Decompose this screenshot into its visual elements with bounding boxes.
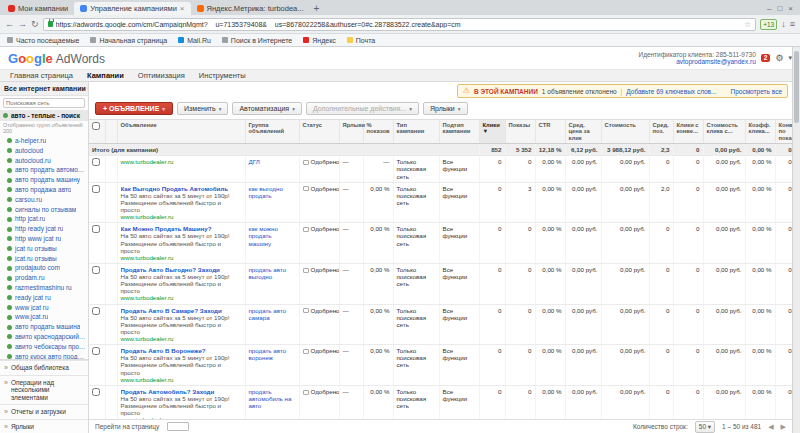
select-all-checkbox[interactable] <box>92 122 100 130</box>
column-header[interactable]: Группа объявлений <box>245 120 299 144</box>
row-checkbox[interactable] <box>92 388 100 396</box>
adgroup-link[interactable]: ДГЛ <box>249 158 296 165</box>
column-header[interactable]: Ярлыки <box>339 120 363 144</box>
reload-button[interactable]: ↻ <box>31 20 39 29</box>
sidebar-adgroup-item[interactable]: razmestimashinu ru <box>0 283 88 293</box>
new-tab-button[interactable]: + <box>310 3 324 15</box>
view-all-link[interactable]: Просмотреть все <box>731 88 783 95</box>
sidebar-campaign-selected[interactable]: авто - теплые - поиск <box>0 110 88 121</box>
bookmark-item[interactable]: Яндекс <box>303 37 336 44</box>
ad-row[interactable]: Как Можно Продать Машину? На 50 авто сай… <box>89 223 792 264</box>
maximize-button[interactable]: □ <box>777 4 782 13</box>
sidebar-adgroup-item[interactable]: авито чебоксары продать <box>0 342 88 352</box>
ad-title-link[interactable]: Продать Авто Выгодно? Заходи <box>121 266 242 273</box>
column-header[interactable]: Сред. поз. <box>649 120 673 144</box>
sidebar-adgroup-item[interactable]: авито краснодарский край <box>0 332 88 342</box>
bookmark-item[interactable]: Почта <box>347 37 375 44</box>
ad-title-link[interactable]: Как Можно Продать Машину? <box>121 225 242 232</box>
notifications-badge[interactable]: 2 <box>761 54 771 63</box>
row-checkbox[interactable] <box>92 347 100 355</box>
downloads-icon[interactable]: ↓ <box>781 20 786 29</box>
more-actions-button[interactable]: Дополнительные действия...▾ <box>306 102 419 115</box>
sidebar-adgroup-item[interactable]: ready jcat ru <box>0 293 88 303</box>
sidebar-section-item[interactable]: » Операции над несколькими элементами <box>0 375 88 404</box>
adgroup-link[interactable]: продать автомобиль на авто <box>249 388 296 409</box>
scrollbar-thumb[interactable] <box>794 51 799 123</box>
nav-optimization[interactable]: Оптимизация <box>138 71 185 80</box>
prev-page-button[interactable]: ◀ <box>768 423 773 431</box>
adgroup-link[interactable]: как выгодно продать <box>249 185 296 199</box>
bookmark-item[interactable]: Поиск в Интернете <box>222 37 292 44</box>
row-checkbox[interactable] <box>92 185 100 193</box>
campaign-search-input[interactable] <box>3 98 85 108</box>
column-header[interactable]: Сред. цена за клик <box>565 120 601 144</box>
column-header[interactable]: % показов <box>363 120 393 144</box>
sidebar-adgroup-item[interactable]: авто продать машина <box>0 322 88 332</box>
sidebar-adgroup-item[interactable]: a-helper.ru <box>0 136 88 146</box>
column-header[interactable]: Статус <box>299 120 339 144</box>
ad-title-link[interactable]: Продать Авто В Воронеже? <box>121 347 242 354</box>
ad-row[interactable]: Продать Автомобиль? Заходи На 50 авто са… <box>89 385 792 419</box>
adgroup-link[interactable]: как можно продать машину <box>249 225 296 246</box>
row-checkbox[interactable] <box>92 225 100 233</box>
sidebar-section-item[interactable]: » Ярлыки <box>0 419 88 433</box>
campaign-scope-selector[interactable]: Все интернет кампании ▾ <box>0 82 88 96</box>
column-header[interactable]: Тип кампании <box>393 120 439 144</box>
sidebar-adgroup-item[interactable]: autocloud <box>0 146 88 156</box>
browser-tab-2-active[interactable]: Управление кампаниями × <box>74 2 190 15</box>
column-header[interactable]: Конверсии по показам <box>775 120 792 144</box>
ad-row[interactable]: Продать Авто В Воронеже? На 50 авто сайт… <box>89 345 792 386</box>
goto-page-input[interactable] <box>167 422 189 431</box>
sidebar-adgroup-item[interactable]: http ready jcat ru <box>0 224 88 234</box>
ad-row[interactable]: Как Выгодно Продать Автомобиль На 50 авт… <box>89 182 792 223</box>
bookmark-item[interactable]: Mail.Ru <box>178 37 211 44</box>
new-ad-button[interactable]: + ОБЪЯВЛЕНИЕ▾ <box>95 102 173 115</box>
sidebar-adgroup-item[interactable]: jcat ru отзывы <box>0 244 88 254</box>
ad-title-link[interactable]: Как Выгодно Продать Автомобиль <box>121 185 242 192</box>
adgroup-link[interactable]: продать авто самара <box>249 307 296 321</box>
edit-button[interactable]: Изменить▾ <box>177 102 228 115</box>
column-header[interactable]: Объявление <box>117 120 245 144</box>
bookmark-star-icon[interactable]: ☆ <box>744 20 751 29</box>
labels-button[interactable]: Ярлыки▾ <box>423 102 468 115</box>
sidebar-adgroup-item[interactable]: prodam.ru <box>0 273 88 283</box>
nav-tools[interactable]: Инструменты <box>199 71 246 80</box>
sidebar-section-item[interactable]: » Общая библиотека <box>0 360 88 374</box>
row-checkbox[interactable] <box>92 266 100 274</box>
sidebar-adgroup-item[interactable]: prodajauto com <box>0 263 88 273</box>
sidebar-adgroup-item[interactable]: сигналы по отзывам <box>0 205 88 215</box>
nav-home[interactable]: Главная страница <box>10 71 73 80</box>
ad-row[interactable]: Продать Авто Выгодно? Заходи На 50 авто … <box>89 263 792 304</box>
bookmark-item[interactable]: Часто посещаемые <box>7 37 79 44</box>
next-page-button[interactable]: ▶ <box>781 423 786 431</box>
extension-counter-badge[interactable]: +13 <box>760 19 777 30</box>
nav-campaigns[interactable]: Кампании <box>87 71 124 80</box>
sidebar-adgroup-item[interactable]: авто продажа авто <box>0 185 88 195</box>
add-keywords-link[interactable]: Добавьте 69 ключевых слов... <box>626 88 716 95</box>
rows-per-page-select[interactable]: 50 ▾ <box>695 421 715 433</box>
column-header[interactable]: Показы <box>505 120 535 144</box>
column-header[interactable]: Подтип кампании <box>439 120 479 144</box>
sidebar-adgroup-item[interactable]: autocloud.ru <box>0 156 88 166</box>
gear-icon[interactable]: ⚙ <box>775 53 783 63</box>
back-button[interactable]: ← <box>5 20 14 29</box>
sidebar-adgroup-item[interactable]: авто продать автомобиль <box>0 165 88 175</box>
sidebar-adgroup-item[interactable]: www jcat ru <box>0 303 88 313</box>
sidebar-section-item[interactable]: » Отчеты и загрузки <box>0 404 88 418</box>
sidebar-adgroup-item[interactable]: carsou.ru <box>0 195 88 205</box>
minimize-button[interactable]: – <box>767 4 771 13</box>
close-window-button[interactable]: × <box>788 4 793 13</box>
browser-tab-3[interactable]: Яндекс.Метрика: turbodea... <box>191 2 310 15</box>
close-tab-icon[interactable]: × <box>180 5 185 13</box>
adgroup-link[interactable]: продать авто воронеж <box>249 347 296 361</box>
ad-row[interactable]: Продать Авто В Самаре? Заходи На 50 авто… <box>89 304 792 345</box>
forward-button[interactable]: → <box>18 20 27 29</box>
sidebar-adgroup-item[interactable]: http jcat.ru <box>0 214 88 224</box>
column-header[interactable]: Стоимость клика с... <box>703 120 745 144</box>
url-field[interactable]: https://adwords.google.com/cm/CampaignMg… <box>43 18 757 31</box>
automate-button[interactable]: Автоматизация▾ <box>232 102 302 115</box>
column-header[interactable]: CTR <box>535 120 565 144</box>
ad-title-link[interactable]: Продать Автомобиль? Заходи <box>121 388 242 395</box>
sidebar-adgroup-item[interactable]: www.jcat.ru <box>0 312 88 322</box>
ad-title-link[interactable]: Продать Авто В Самаре? Заходи <box>121 307 242 314</box>
